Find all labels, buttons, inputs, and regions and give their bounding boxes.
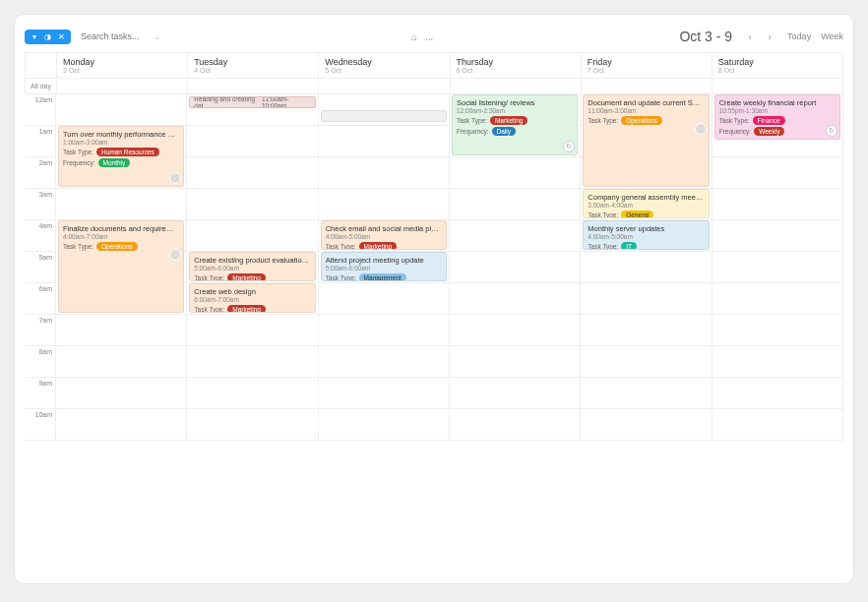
allday-sat[interactable]: [713, 79, 843, 94]
pill-it: IT: [621, 242, 637, 250]
event-fri-assembly[interactable]: Company general assembly meeting 3:00am-…: [583, 189, 709, 218]
day-col-thu[interactable]: Social listening/ reviews 12:00am-2:30am…: [450, 94, 581, 441]
pill-operations: Operations: [96, 242, 138, 251]
pill-daily: Daily: [492, 127, 516, 136]
allday-mon[interactable]: [57, 79, 188, 94]
pill-marketing: Marketing: [227, 305, 266, 313]
event-wed-placeholder[interactable]: [321, 110, 447, 122]
pill-weekly: Weekly: [754, 127, 784, 136]
home-icon[interactable]: ⌂: [411, 31, 417, 42]
chevron-down-icon[interactable]: ⌄: [154, 31, 161, 41]
day-header-wed[interactable]: Wednesday5 Oct: [319, 53, 450, 79]
event-tue-reading[interactable]: Reading and creating dat 11:00am-10:00am: [189, 96, 315, 108]
pill-marketing: Marketing: [359, 242, 398, 250]
breadcrumb: ⌂ ...: [411, 31, 433, 42]
day-header-fri[interactable]: Friday7 Oct: [582, 53, 713, 79]
event-fri-server[interactable]: Monthly server updates 4:00am-5:00am Tas…: [583, 220, 709, 250]
view-toggle-icon: ◑: [42, 31, 53, 42]
recur-icon: ↻: [563, 141, 575, 152]
pill-monthly: Monthly: [98, 158, 131, 167]
date-range: Oct 3 - 9: [679, 29, 732, 44]
allday-fri[interactable]: [582, 79, 713, 94]
filter-icon: ▾: [29, 31, 39, 42]
pill-finance: Finance: [753, 116, 785, 125]
calendar-app: ▾ ◑ ✕ ⌄ ⌂ ... Oct 3 - 9 ‹ › Today Week M…: [14, 14, 854, 584]
day-header-thu[interactable]: Thursday6 Oct: [451, 53, 582, 79]
search-wrap[interactable]: ⌄: [77, 30, 165, 43]
calendar-header-row: Monday3 Oct Tuesday4 Oct Wednesday5 Oct …: [25, 52, 843, 94]
nav-arrows: ‹ ›: [742, 29, 777, 44]
day-col-mon[interactable]: Turn over monthly performance manager 1:…: [56, 94, 187, 441]
pill-hr: Human Resources: [96, 148, 159, 156]
pill-marketing: Marketing: [227, 273, 266, 281]
day-col-tue[interactable]: Reading and creating dat 11:00am-10:00am…: [187, 94, 318, 441]
header-corner: [26, 53, 57, 79]
day-col-wed[interactable]: Check email and social media platforms 4…: [319, 94, 450, 441]
day-col-fri[interactable]: Document and update current SOPs 11:00am…: [581, 94, 712, 441]
day-col-sat[interactable]: Create weekly financial report 10:55pm-1…: [713, 94, 843, 441]
pill-general: General: [621, 211, 653, 218]
topbar-right: Oct 3 - 9 ‹ › Today Week: [679, 29, 843, 44]
avatar-icon: [695, 123, 707, 135]
day-header-tue[interactable]: Tuesday4 Oct: [188, 53, 319, 79]
prev-button[interactable]: ‹: [742, 29, 758, 44]
allday-wed[interactable]: [319, 79, 450, 94]
allday-thu[interactable]: [451, 79, 582, 94]
topbar-left: ▾ ◑ ✕ ⌄: [25, 30, 165, 44]
filter-chip[interactable]: ▾ ◑ ✕: [25, 30, 71, 44]
close-filter-icon[interactable]: ✕: [56, 31, 67, 42]
calendar-grid: 12am 1am 2am 3am 4am 5am 6am 7am 8am 9am…: [25, 94, 843, 441]
event-sat-financial[interactable]: Create weekly financial report 10:55pm-1…: [714, 94, 840, 140]
day-header-sat[interactable]: Saturday8 Oct: [713, 53, 843, 79]
allday-tue[interactable]: [188, 79, 319, 94]
day-header-mon[interactable]: Monday3 Oct: [57, 53, 188, 79]
event-fri-sops[interactable]: Document and update current SOPs 11:00am…: [583, 94, 709, 187]
next-button[interactable]: ›: [762, 29, 777, 44]
event-tue-product-eval[interactable]: Create existing product evaluation repor…: [189, 252, 315, 281]
pill-management: Management: [359, 273, 406, 281]
topbar: ▾ ◑ ✕ ⌄ ⌂ ... Oct 3 - 9 ‹ › Today Week: [25, 25, 843, 52]
event-tue-web-design[interactable]: Create web design 6:00am-7:00am Task Typ…: [189, 283, 315, 313]
more-icon[interactable]: ...: [425, 31, 433, 42]
event-wed-check-email[interactable]: Check email and social media platforms 4…: [321, 220, 447, 250]
pill-marketing: Marketing: [490, 116, 528, 125]
view-button[interactable]: Week: [821, 31, 843, 41]
allday-label: All day: [26, 79, 57, 94]
avatar-icon: [169, 249, 181, 261]
event-thu-social[interactable]: Social listening/ reviews 12:00am-2:30am…: [452, 94, 578, 155]
event-mon-finalize[interactable]: Finalize documents and requirements for …: [58, 220, 184, 313]
event-wed-meeting[interactable]: Attend project meeting update 5:00am-6:0…: [321, 252, 447, 281]
recur-icon: ↻: [826, 125, 837, 137]
times-column: 12am 1am 2am 3am 4am 5am 6am 7am 8am 9am…: [25, 94, 56, 441]
pill-operations: Operations: [621, 116, 662, 125]
search-input[interactable]: [81, 31, 150, 41]
avatar-icon: [169, 172, 181, 184]
today-button[interactable]: Today: [787, 31, 811, 41]
event-mon-performance[interactable]: Turn over monthly performance manager 1:…: [58, 126, 184, 187]
